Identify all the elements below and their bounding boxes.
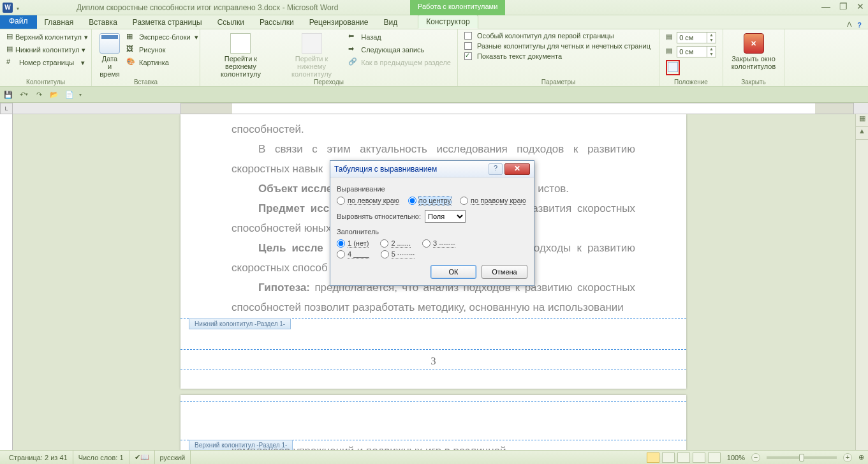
print-layout-view[interactable]	[647, 453, 659, 463]
zoom-in-button[interactable]: +	[843, 453, 852, 462]
help-icon[interactable]: ?	[857, 21, 862, 29]
footer-bottom-spinner[interactable]: 0 см▲▼	[677, 46, 716, 57]
leader-5-radio[interactable]: 5 ·········	[381, 250, 415, 258]
align-right-radio[interactable]: по правому краю	[460, 197, 526, 205]
close-header-footer-button[interactable]: ✕ Закрыть окно колонтитулов	[727, 31, 780, 71]
web-layout-view[interactable]	[677, 453, 690, 463]
redo-button[interactable]: ↷	[33, 89, 45, 100]
link-previous-button: 🔗Как в предыдущем разделе	[346, 56, 453, 69]
date-time-button[interactable]: Дата и время	[96, 31, 124, 86]
goto-footer-button: Перейти к нижнему колонтитулу	[277, 31, 346, 86]
goto-header-button[interactable]: Перейти к верхнему колонтитулу	[204, 31, 277, 86]
zoom-slider[interactable]	[767, 456, 837, 459]
leader-2-radio[interactable]: 2 .......	[380, 239, 411, 248]
group-position: Положение	[659, 79, 723, 86]
language-status[interactable]: русский	[155, 451, 191, 464]
ruler-toggle-icon[interactable]: ▦	[856, 114, 868, 127]
picture-button[interactable]: 🖼Рисунок	[124, 43, 201, 56]
minimize-ribbon-icon[interactable]: ᐱ	[847, 20, 852, 29]
qat-more-icon[interactable]: ▾	[79, 92, 82, 98]
next-button[interactable]: ➡Следующая запись	[346, 43, 453, 56]
spin-down-icon[interactable]: ▼	[707, 38, 716, 43]
dialog-help-button[interactable]: ?	[489, 163, 503, 175]
dialog-close-button[interactable]: ✕	[504, 163, 530, 175]
browse-up-icon[interactable]: ▲	[856, 127, 868, 140]
text-line: комплексов упражнений и подвижных игр в …	[232, 445, 506, 450]
vertical-ruler[interactable]	[0, 114, 13, 450]
tab-insert[interactable]: Вставка	[81, 16, 125, 29]
alignment-section-label: Выравнивание	[337, 185, 527, 193]
tab-review[interactable]: Рецензирование	[302, 16, 376, 29]
align-left-radio[interactable]: по левому краю	[337, 197, 399, 205]
footer-button[interactable]: ▤Нижний колонтитул▾	[4, 43, 87, 56]
previous-button[interactable]: ⬅Назад	[346, 31, 453, 43]
fit-page-icon[interactable]: ⊕	[858, 453, 864, 461]
text-bold: Цель иссле	[258, 242, 323, 254]
restore-icon[interactable]: ❐	[839, 1, 848, 11]
align-center-radio[interactable]: по центру	[408, 197, 451, 205]
footer-from-bottom[interactable]: ▤0 см▲▼	[663, 45, 719, 59]
show-document-checkbox[interactable]: Показать текст документа	[462, 51, 655, 61]
arrow-left-icon: ⬅	[348, 32, 358, 42]
ribbon-tabs: Файл Главная Вставка Разметка страницы С…	[0, 15, 868, 29]
tab-mailings[interactable]: Рассылки	[252, 16, 302, 29]
dialog-title: Табуляция с выравниванием	[334, 165, 489, 174]
new-button[interactable]: 📄	[64, 89, 75, 100]
undo-button[interactable]: ↶▾	[18, 89, 29, 100]
cancel-button[interactable]: Отмена	[482, 265, 527, 279]
spin-up-icon[interactable]: ▲	[707, 33, 716, 38]
clipart-button[interactable]: 🎨Картинка	[124, 56, 201, 69]
tab-view[interactable]: Вид	[376, 16, 405, 29]
ok-button[interactable]: ОК	[430, 265, 476, 279]
leader-1-label: 1 (нет)	[348, 239, 369, 248]
header-top-spinner[interactable]: 0 см▲▼	[677, 32, 716, 43]
leader-1-radio[interactable]: 1 (нет)	[337, 239, 369, 248]
word-count[interactable]: Число слов: 1	[73, 451, 129, 464]
draft-view[interactable]	[708, 453, 721, 463]
zoom-percent[interactable]: 100%	[727, 454, 745, 461]
leader-4-radio[interactable]: 4 ____	[337, 250, 369, 258]
tab-design[interactable]: Конструктор	[418, 15, 478, 29]
showdoc-label: Показать текст документа	[477, 52, 562, 60]
group-insert: Вставка	[92, 79, 200, 86]
page-number-button[interactable]: #Номер страницы▾	[4, 56, 87, 69]
ribbon: ▤Верхний колонтитул▾ ▤Нижний колонтитул▾…	[0, 29, 868, 87]
ruler-area: L	[0, 103, 868, 114]
quick-parts-button[interactable]: ▦Экспресс-блоки▾	[124, 31, 201, 43]
spellcheck-status[interactable]: ✔📖	[129, 451, 155, 464]
page-number-field[interactable]: 3	[180, 355, 686, 367]
document-body-next[interactable]: комплексов упражнений и подвижных игр в …	[180, 441, 686, 450]
text-bold: Предмет исс	[258, 202, 329, 214]
leader-3-radio[interactable]: 3 -------	[422, 239, 455, 248]
open-button[interactable]: 📂	[48, 89, 60, 100]
quick-label: Экспресс-блоки	[139, 33, 191, 41]
close-window-icon[interactable]: ✕	[857, 1, 864, 11]
tab-references[interactable]: Ссылки	[210, 16, 252, 29]
tab-selector[interactable]: L	[0, 103, 13, 114]
spin-down-icon[interactable]: ▼	[707, 52, 716, 57]
minimize-icon[interactable]: ―	[821, 1, 830, 11]
horizontal-ruler[interactable]	[180, 103, 854, 114]
header-from-top[interactable]: ▤0 см▲▼	[663, 31, 719, 45]
header-button[interactable]: ▤Верхний колонтитул▾	[4, 31, 87, 43]
tab-home[interactable]: Главная	[37, 16, 82, 29]
zoom-out-button[interactable]: −	[751, 453, 760, 462]
qat-customize-icon[interactable]	[15, 4, 19, 11]
spin-up-icon[interactable]: ▲	[707, 47, 716, 52]
save-button[interactable]: 💾	[3, 89, 14, 100]
insert-alignment-tab-button[interactable]	[666, 60, 680, 75]
first-page-checkbox[interactable]: Особый колонтитул для первой страницы	[462, 31, 655, 41]
header-icon: ▤	[6, 32, 13, 42]
dialog-titlebar[interactable]: Табуляция с выравниванием ? ✕	[330, 161, 534, 177]
text-line: истов.	[538, 183, 569, 195]
align-relative-select[interactable]: Поля	[425, 210, 466, 223]
tab-layout[interactable]: Разметка страницы	[125, 16, 210, 29]
title-bar: W Диплом скоростные способности итог исп…	[0, 0, 868, 15]
outline-view[interactable]	[693, 453, 705, 463]
file-tab[interactable]: Файл	[0, 15, 37, 29]
zoom-thumb[interactable]	[799, 454, 804, 461]
full-screen-view[interactable]	[662, 453, 675, 463]
page-status[interactable]: Страница: 2 из 41	[4, 451, 73, 464]
blocks-icon: ▦	[126, 32, 136, 42]
odd-even-checkbox[interactable]: Разные колонтитулы для четных и нечетных…	[462, 41, 655, 51]
